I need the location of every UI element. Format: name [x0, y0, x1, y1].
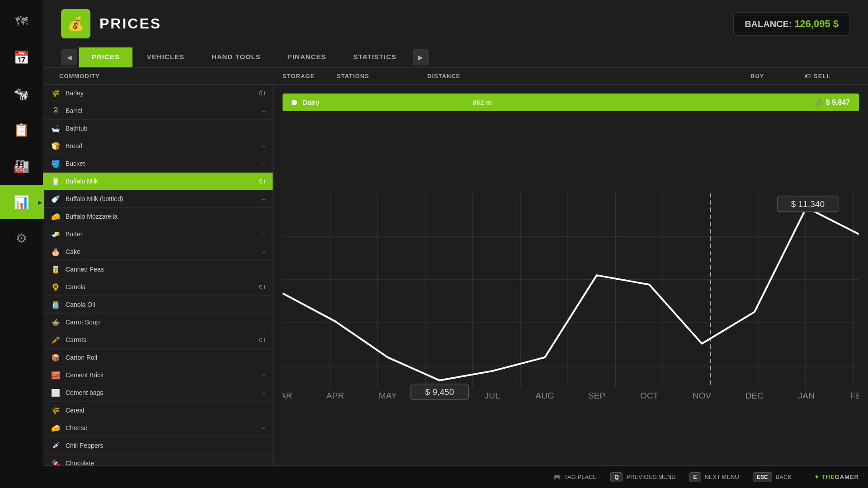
header-buy: BUY — [750, 73, 805, 80]
sidebar-item-livestock[interactable]: 🐄 — [2, 77, 41, 111]
svg-text:$ 11,340: $ 11,340 — [791, 199, 825, 209]
sidebar-item-calendar[interactable]: 📅 — [2, 41, 41, 75]
page-title: PRICES — [99, 15, 161, 32]
balance-label: BALANCE: — [745, 19, 792, 29]
cement-bags-icon: ⬜ — [50, 387, 61, 398]
branding-text: THE — [822, 474, 835, 480]
barrel-icon: 🛢 — [50, 105, 61, 116]
sidebar-item-settings[interactable]: ⚙ — [2, 221, 41, 255]
station-price: $ 9,847 — [826, 99, 850, 107]
buffalo-mozzarella-icon: 🧀 — [50, 211, 61, 222]
balance-amount: 126,095 $ — [794, 18, 839, 29]
tab-vehicles[interactable]: VEHICLES — [134, 47, 197, 67]
nav-next-button[interactable]: ▶ — [413, 49, 429, 66]
tag-place-action: 🎮 TAG PLACE — [553, 474, 597, 480]
svg-text:NOV: NOV — [693, 391, 712, 400]
list-item[interactable]: 🧀 Cheese – — [43, 419, 273, 437]
header-distance: DISTANCE — [427, 73, 750, 80]
prev-menu-action: Q PREVIOUS MENU — [610, 472, 675, 482]
bottom-bar: 🎮 TAG PLACE Q PREVIOUS MENU E NEXT MENU … — [43, 465, 868, 488]
svg-text:DEC: DEC — [745, 391, 764, 400]
list-item[interactable]: 📦 Carton Roll – — [43, 349, 273, 366]
svg-text:JUL: JUL — [485, 391, 500, 400]
list-item[interactable]: 🥕 Carrots 0 l — [43, 331, 273, 349]
list-item[interactable]: 🌶 Chili Peppers – — [43, 437, 273, 455]
tab-statistics[interactable]: STATISTICS — [340, 47, 409, 67]
sidebar: 🗺 📅 🐄 📋 🏭 📊 ⚙ — [0, 0, 43, 488]
list-item[interactable]: 🌾 Cereal – — [43, 402, 273, 419]
cheese-icon: 🧀 — [50, 422, 61, 433]
carton-roll-icon: 📦 — [50, 352, 61, 363]
list-item[interactable]: 🌾 Barley 0 l — [43, 84, 273, 102]
list-item[interactable]: 🍞 Bread – — [43, 137, 273, 155]
list-item[interactable]: 🍼 Buffalo Milk (bottled) – — [43, 190, 273, 208]
nav-prev-button[interactable]: ◀ — [61, 49, 77, 66]
branding: ✦ THEGAMER — [814, 474, 859, 480]
e-key[interactable]: E — [689, 472, 701, 482]
tab-finances[interactable]: FINANCES — [275, 47, 339, 67]
station-row[interactable]: Dairy 862 m 🟢 $ 9,847 — [283, 94, 859, 111]
table-headers: COMMODITY STORAGE STATIONS DISTANCE BUY … — [43, 68, 868, 84]
settings-icon: ⚙ — [16, 231, 27, 246]
nav-tabs: ◀ PRICES VEHICLES HAND TOOLS FINANCES ST… — [43, 47, 868, 68]
tag-place-label: TAG PLACE — [564, 474, 597, 480]
tag-place-icon: 🎮 — [553, 474, 561, 480]
barley-icon: 🌾 — [50, 88, 61, 99]
list-item[interactable]: 🧱 Cement Brick – — [43, 366, 273, 384]
list-item[interactable]: 🛢 Barrel – — [43, 102, 273, 120]
canned-peas-icon: 🥫 — [50, 264, 61, 275]
commodity-panel: 🌾 Barley 0 l 🛢 Barrel – 🛁 Bathtub – 🍞 Br… — [43, 84, 274, 488]
back-label: BACK — [776, 474, 792, 480]
station-name: Dairy — [302, 99, 473, 106]
list-item-buffalo-milk[interactable]: 🥛 Buffalo Milk 0 l — [43, 173, 273, 190]
contracts-icon: 📋 — [14, 122, 29, 137]
tab-prices[interactable]: PRICES — [79, 47, 132, 67]
list-item[interactable]: 🌻 Canola 0 l — [43, 278, 273, 296]
q-key[interactable]: Q — [610, 472, 623, 482]
sell-icon: 🟢 — [813, 98, 822, 107]
prev-menu-label: PREVIOUS MENU — [626, 474, 675, 480]
svg-text:MAR: MAR — [283, 391, 292, 400]
next-menu-label: NEXT MENU — [705, 474, 739, 480]
commodity-list[interactable]: 🌾 Barley 0 l 🛢 Barrel – 🛁 Bathtub – 🍞 Br… — [43, 84, 273, 469]
cement-brick-icon: 🧱 — [50, 370, 61, 380]
svg-text:MAY: MAY — [379, 391, 397, 400]
svg-text:JAN: JAN — [798, 391, 815, 400]
list-item[interactable]: ⬜ Cement bags – — [43, 384, 273, 402]
svg-text:$ 9,450: $ 9,450 — [425, 387, 454, 397]
sidebar-item-prices[interactable]: 📊 — [0, 185, 44, 219]
list-item[interactable]: 🫙 Canola Oil – — [43, 296, 273, 314]
header-commodity: COMMODITY — [52, 73, 283, 80]
list-item[interactable]: 🥫 Canned Peas – — [43, 261, 273, 278]
buffalo-milk-icon: 🥛 — [50, 176, 61, 187]
header-sell: 🏷SELL — [805, 73, 859, 80]
tab-hand-tools[interactable]: HAND TOOLS — [199, 47, 274, 67]
list-item[interactable]: 🪣 Bucket – — [43, 155, 273, 173]
svg-text:FEB: FEB — [850, 391, 859, 400]
svg-text:OCT: OCT — [640, 391, 659, 400]
butter-icon: 🧈 — [50, 229, 61, 239]
header-storage: STORAGE — [283, 73, 337, 80]
list-item[interactable]: 🛁 Bathtub – — [43, 120, 273, 137]
station-distance: 862 m — [473, 99, 813, 106]
price-chart: MAR APR MAY JUN JUL AUG SEP OCT NOV DEC … — [283, 120, 859, 482]
sidebar-item-factory[interactable]: 🏭 — [2, 149, 41, 183]
chart-container: MAR APR MAY JUN JUL AUG SEP OCT NOV DEC … — [283, 120, 859, 482]
header: 💰 PRICES BALANCE: 126,095 $ — [43, 0, 868, 47]
bread-icon: 🍞 — [50, 141, 61, 151]
list-item[interactable]: 🍲 Carrot Soup – — [43, 314, 273, 331]
sidebar-item-contracts[interactable]: 📋 — [2, 113, 41, 147]
list-item[interactable]: 🧈 Butter – — [43, 225, 273, 243]
table-area: 🌾 Barley 0 l 🛢 Barrel – 🛁 Bathtub – 🍞 Br… — [43, 84, 868, 488]
factory-icon: 🏭 — [14, 159, 29, 174]
list-item[interactable]: 🎂 Cake – — [43, 243, 273, 261]
esc-key[interactable]: ESC — [753, 472, 772, 482]
station-dot — [292, 100, 297, 105]
sidebar-item-map[interactable]: 🗺 — [2, 5, 41, 38]
list-item[interactable]: 🧀 Buffalo Mozzarella – — [43, 208, 273, 225]
chili-peppers-icon: 🌶 — [50, 440, 61, 451]
header-stations: STATIONS — [337, 73, 427, 80]
canola-oil-icon: 🫙 — [50, 299, 61, 310]
balance-display: BALANCE: 126,095 $ — [733, 12, 850, 36]
bucket-icon: 🪣 — [50, 158, 61, 169]
